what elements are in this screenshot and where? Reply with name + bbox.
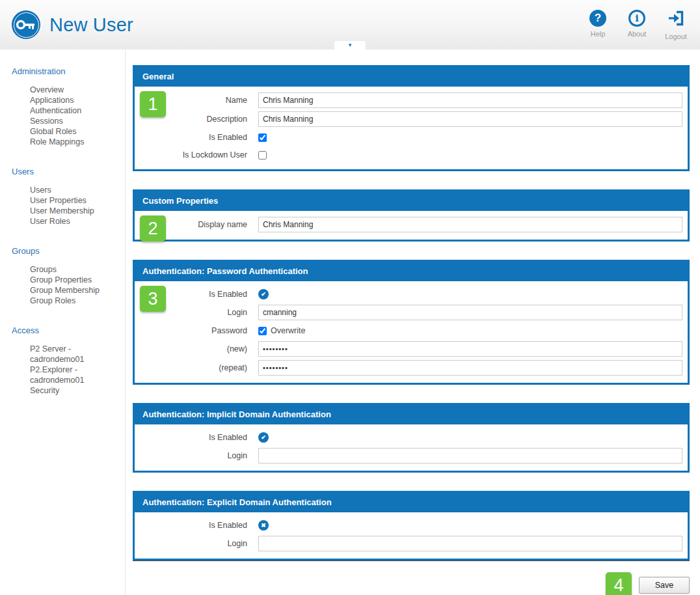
- step-badge-1: 1: [140, 91, 166, 117]
- explicit-login-label: Login: [135, 539, 258, 548]
- header-actions: ? Help i About Logout: [583, 10, 691, 40]
- overwrite-label: Overwrite: [271, 326, 305, 335]
- enabled-check-icon[interactable]: ✔: [258, 289, 269, 299]
- overwrite-checkbox[interactable]: [258, 327, 267, 335]
- new-password-input[interactable]: [258, 341, 682, 357]
- panel-implicit-domain-authentication: Authentication: Implicit Domain Authenti…: [133, 403, 690, 473]
- step-badge-3: 3: [140, 286, 166, 312]
- field-row-pw-new: (new): [135, 341, 682, 357]
- pw-login-input[interactable]: [258, 305, 682, 320]
- field-row-implicit-login: Login: [135, 448, 682, 464]
- sidebar-item-group-membership[interactable]: Group Membership: [30, 285, 113, 296]
- panel-custom-properties: Custom Properties 2 Display name: [133, 189, 690, 242]
- help-button[interactable]: ? Help: [583, 10, 613, 40]
- save-button[interactable]: Save: [639, 577, 690, 594]
- step-badge-4: 4: [606, 572, 632, 595]
- about-button[interactable]: i About: [622, 10, 652, 40]
- panel-implicit-domain-title: Authentication: Implicit Domain Authenti…: [135, 405, 688, 424]
- repeat-password-label: (repeat): [135, 363, 258, 372]
- field-row-pw-repeat: (repeat): [135, 360, 682, 376]
- field-row-implicit-is-enabled: Is Enabled ✔: [135, 430, 682, 445]
- panel-custom-properties-title: Custom Properties: [135, 191, 688, 211]
- sidebar-title-groups[interactable]: Groups: [12, 246, 118, 256]
- sidebar-item-groups[interactable]: Groups: [30, 264, 113, 275]
- sidebar-item-role-mappings[interactable]: Role Mappings: [30, 137, 113, 147]
- key-icon: [12, 10, 40, 39]
- sidebar-item-overview[interactable]: Overview: [30, 85, 113, 95]
- explicit-login-input[interactable]: [258, 536, 682, 551]
- sidebar-item-user-properties[interactable]: User Properties: [30, 195, 113, 206]
- field-row-name: Name: [135, 92, 682, 108]
- sidebar-section-groups: Groups Groups Group Properties Group Mem…: [12, 246, 118, 306]
- enabled-check-icon[interactable]: ✔: [258, 432, 269, 443]
- is-enabled-checkbox[interactable]: [258, 133, 267, 142]
- panel-general-title: General: [135, 67, 688, 87]
- panel-password-authentication-title: Authentication: Password Authentication: [135, 262, 688, 281]
- sidebar-item-users[interactable]: Users: [30, 185, 113, 195]
- panel-explicit-domain-title: Authentication: Explicit Domain Authenti…: [135, 493, 688, 512]
- implicit-login-label: Login: [135, 451, 258, 460]
- name-input[interactable]: [258, 92, 682, 108]
- is-enabled-label: Is Enabled: [135, 133, 258, 142]
- explicit-is-enabled-label: Is Enabled: [135, 521, 258, 530]
- sidebar-item-user-roles[interactable]: User Roles: [30, 216, 113, 227]
- help-label: Help: [591, 30, 606, 38]
- panel-password-authentication: Authentication: Password Authentication …: [133, 260, 690, 385]
- field-row-description: Description: [135, 111, 682, 127]
- sidebar-item-global-roles[interactable]: Global Roles: [30, 126, 113, 137]
- collapse-header-tab[interactable]: ▾: [334, 41, 366, 49]
- repeat-password-input[interactable]: [258, 360, 682, 376]
- sidebar-item-applications[interactable]: Applications: [30, 95, 113, 105]
- field-row-pw-login: Login: [135, 305, 682, 320]
- main-content: General 1 Name Description Is Enabled Is…: [133, 49, 690, 595]
- sidebar-item-p2-explorer[interactable]: P2.Explorer - cadrondemo01: [30, 365, 113, 385]
- field-row-display-name: Display name: [135, 217, 682, 232]
- description-input[interactable]: [258, 111, 682, 127]
- sidebar-item-group-roles[interactable]: Group Roles: [30, 296, 113, 306]
- chevron-down-icon: ▾: [349, 42, 352, 48]
- sidebar-item-sessions[interactable]: Sessions: [30, 116, 113, 126]
- about-label: About: [628, 30, 647, 38]
- sidebar-item-user-membership[interactable]: User Membership: [30, 206, 113, 216]
- panel-general: General 1 Name Description Is Enabled Is…: [133, 65, 690, 171]
- field-row-is-enabled: Is Enabled: [135, 130, 682, 145]
- info-icon: i: [628, 10, 645, 27]
- sidebar-title-users[interactable]: Users: [12, 167, 118, 176]
- implicit-is-enabled-label: Is Enabled: [135, 433, 258, 442]
- logout-button[interactable]: Logout: [661, 10, 691, 40]
- field-row-explicit-is-enabled: Is Enabled ✖: [135, 518, 682, 533]
- field-row-is-lockdown: Is Lockdown User: [135, 148, 682, 162]
- sidebar-item-security[interactable]: Security: [30, 385, 113, 396]
- is-lockdown-label: Is Lockdown User: [135, 150, 258, 159]
- sidebar: Administration Overview Applications Aut…: [0, 49, 126, 595]
- page-title: New User: [49, 14, 133, 36]
- save-row: 4 Save: [133, 572, 690, 595]
- sidebar-title-access[interactable]: Access: [12, 325, 118, 335]
- sidebar-item-p2-server[interactable]: P2 Server - cadrondemo01: [30, 344, 113, 365]
- is-lockdown-checkbox[interactable]: [258, 151, 267, 159]
- password-label: Password: [135, 326, 258, 335]
- field-row-explicit-login: Login: [135, 536, 682, 551]
- sidebar-section-access: Access P2 Server - cadrondemo01 P2.Explo…: [12, 325, 118, 396]
- logout-label: Logout: [665, 33, 687, 40]
- display-name-input[interactable]: [258, 217, 682, 232]
- disabled-x-icon[interactable]: ✖: [258, 520, 269, 531]
- footer-divider: [133, 560, 690, 561]
- logout-icon: [667, 10, 684, 29]
- field-row-pw-is-enabled: Is Enabled ✔: [135, 287, 682, 301]
- step-badge-2: 2: [140, 215, 166, 242]
- new-password-label: (new): [135, 344, 258, 353]
- field-row-pw-overwrite: Password Overwrite: [135, 324, 682, 338]
- sidebar-section-users: Users Users User Properties User Members…: [12, 167, 118, 227]
- help-icon: ?: [589, 10, 606, 27]
- sidebar-section-administration: Administration Overview Applications Aut…: [12, 66, 118, 147]
- implicit-login-input[interactable]: [258, 448, 682, 464]
- sidebar-title-administration[interactable]: Administration: [12, 66, 118, 76]
- panel-explicit-domain-authentication: Authentication: Explicit Domain Authenti…: [133, 491, 690, 560]
- sidebar-item-authentication[interactable]: Authentication: [30, 105, 113, 116]
- sidebar-item-group-properties[interactable]: Group Properties: [30, 275, 113, 285]
